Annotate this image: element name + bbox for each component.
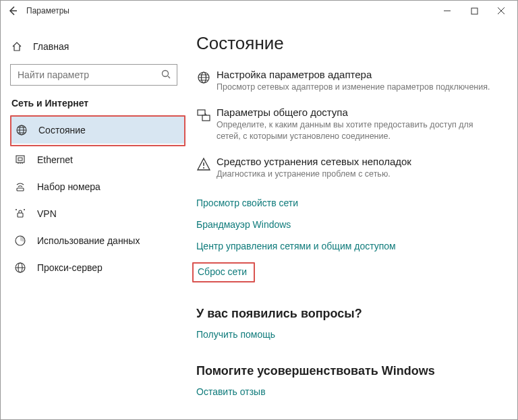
vpn-icon [13,208,28,220]
search-icon [161,69,171,80]
option-subtitle: Определите, к каким данным вы хотите пре… [217,119,497,142]
close-button[interactable] [488,1,515,20]
back-button[interactable] [3,1,22,20]
home-nav[interactable]: Главная [10,34,185,59]
sidebar-item-label: Набор номера [37,181,100,192]
svg-rect-0 [471,8,478,14]
svg-point-1 [163,71,169,77]
datausage-icon [13,235,28,247]
option-title: Параметры общего доступа [217,107,497,118]
option-title: Средство устранения сетевых неполадок [217,156,497,167]
ethernet-icon [13,154,28,166]
titlebar: Параметры [1,1,517,21]
dialup-icon [13,181,28,193]
sidebar-item-datausage[interactable]: Использование данных [10,227,185,254]
search-box[interactable] [10,64,177,86]
sidebar-item-vpn[interactable]: VPN [10,200,185,227]
home-label: Главная [33,41,69,52]
maximize-button[interactable] [461,1,488,20]
proxy-icon [13,262,28,274]
svg-point-15 [203,167,204,169]
window-controls [434,1,515,20]
content-area: Состояние Настройка параметров адаптера … [190,21,517,419]
option-subtitle: Диагностика и устранение проблем с сетью… [217,169,497,180]
option-title: Настройка параметров адаптера [217,69,497,80]
link-network-reset[interactable]: Сброс сети [192,262,255,282]
sidebar-item-label: Прокси-сервер [37,262,103,273]
minimize-button[interactable] [434,1,461,20]
sidebar-item-label: Использование данных [37,235,140,246]
svg-rect-14 [202,115,210,121]
adapter-icon [196,69,217,93]
highlight-status-nav: Состояние [10,115,185,146]
sidebar: Главная Сеть и Интернет Состояние [1,21,190,419]
minimize-icon [443,7,451,15]
link-firewall[interactable]: Брандмауэр Windows [196,219,291,230]
svg-rect-4 [16,156,24,162]
settings-window: Параметры Главная [0,0,518,420]
page-title: Состояние [196,33,497,54]
home-icon [10,41,24,52]
sidebar-item-label: VPN [37,208,57,219]
link-network-properties[interactable]: Просмотр свойств сети [196,198,298,208]
close-icon [497,7,505,15]
troubleshoot-icon [196,156,217,180]
sidebar-item-ethernet[interactable]: Ethernet [10,146,185,173]
search-input[interactable] [11,65,177,85]
svg-rect-13 [198,110,205,115]
globe-icon [14,124,29,136]
sidebar-item-proxy[interactable]: Прокси-сервер [10,254,185,281]
arrow-left-icon [7,5,18,16]
option-subtitle: Просмотр сетевых адаптеров и изменение п… [217,82,497,93]
maximize-icon [471,7,478,15]
svg-rect-7 [18,213,23,217]
option-troubleshoot[interactable]: Средство устранения сетевых неполадок Ди… [196,156,497,180]
sidebar-item-label: Ethernet [37,154,73,165]
link-feedback[interactable]: Оставить отзыв [196,386,266,397]
sidebar-item-status[interactable]: Состояние [11,117,184,144]
option-sharing-settings[interactable]: Параметры общего доступа Определите, к к… [196,107,497,142]
svg-rect-5 [18,158,22,160]
svg-rect-6 [17,188,24,191]
sidebar-item-dialup[interactable]: Набор номера [10,173,185,200]
option-adapter-settings[interactable]: Настройка параметров адаптера Просмотр с… [196,69,497,93]
sidebar-section-header: Сеть и Интернет [11,98,185,109]
link-get-help[interactable]: Получить помощь [196,329,275,340]
questions-heading: У вас появились вопросы? [196,307,497,321]
sidebar-item-label: Состояние [38,125,86,136]
link-sharing-center[interactable]: Центр управления сетями и общим доступом [196,241,396,251]
window-title: Параметры [26,6,434,16]
sharing-icon [196,107,217,142]
improve-heading: Помогите усовершенствовать Windows [196,364,497,378]
